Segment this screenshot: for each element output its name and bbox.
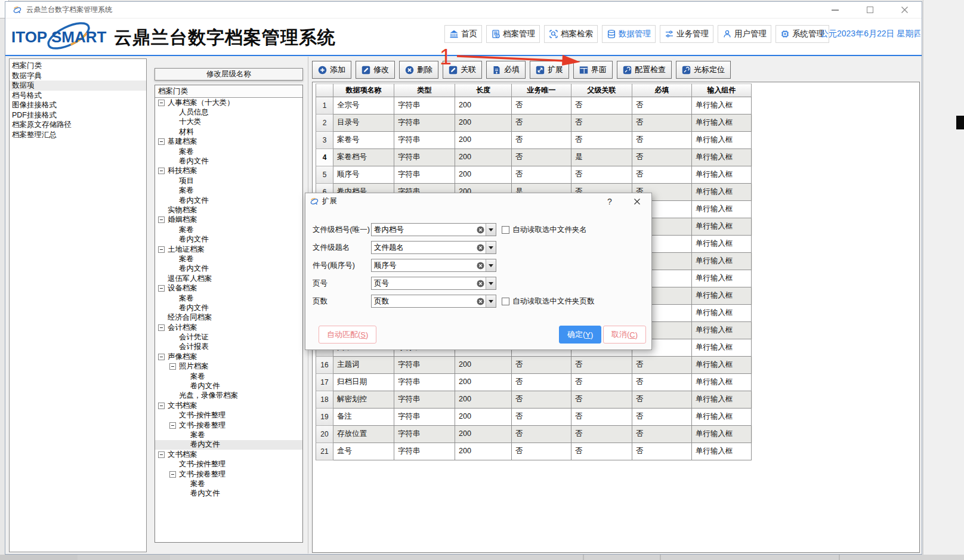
column-header[interactable]: 长度 <box>455 83 512 97</box>
combobox-value[interactable]: 页数 <box>372 296 475 307</box>
tree-collapse-icon[interactable] <box>158 451 165 458</box>
sidebar-item[interactable]: 档案门类 <box>10 61 146 71</box>
sidebar-item[interactable]: 图像挂接格式 <box>10 100 146 110</box>
tree-node[interactable]: 案卷 <box>155 225 302 234</box>
tree-node[interactable]: 卷内文件 <box>155 156 302 166</box>
tree-node[interactable]: 会计报表 <box>155 342 302 352</box>
column-header[interactable]: 必填 <box>632 83 692 97</box>
tree-node[interactable]: 文书档案 <box>155 450 302 459</box>
tree-node[interactable]: 光盘，录像带档案 <box>155 391 302 401</box>
sidebar-item[interactable]: 数据字典 <box>10 71 146 81</box>
column-header[interactable]: 类型 <box>394 83 455 97</box>
tree-node[interactable]: 十大类 <box>155 117 302 127</box>
tree-node[interactable]: 材料 <box>155 127 302 137</box>
tree-collapse-icon[interactable] <box>158 324 165 331</box>
column-header[interactable]: 数据项名称 <box>333 83 394 97</box>
clear-icon[interactable] <box>475 280 486 287</box>
table-row[interactable]: 20存放位置字符串200否否否单行输入框 <box>316 426 752 443</box>
tree-node[interactable]: 卷内文件 <box>155 489 302 499</box>
tree-node[interactable]: 文书-按卷整理 <box>155 420 302 430</box>
clear-icon[interactable] <box>475 298 486 305</box>
clear-icon[interactable] <box>475 244 486 252</box>
tree-node[interactable]: 人员信息 <box>155 107 302 117</box>
dropdown-arrow-button[interactable] <box>486 224 496 236</box>
sidebar-item[interactable]: PDF挂接格式 <box>10 110 146 120</box>
nav-button[interactable]: 首页 <box>444 25 482 43</box>
table-row[interactable]: 19备注字符串200否否否单行输入框 <box>316 409 752 426</box>
dialog-titlebar[interactable]: 扩展 <box>305 193 651 209</box>
tree-node[interactable]: 卷内文件 <box>155 234 302 244</box>
table-row[interactable]: 1全宗号字符串200否否否单行输入框 <box>316 97 752 115</box>
tree-node[interactable]: 案卷 <box>155 186 302 196</box>
toolbar-button[interactable]: 光标定位 <box>676 61 731 79</box>
tree-collapse-icon[interactable] <box>158 285 165 292</box>
tree-collapse-icon[interactable] <box>169 471 176 478</box>
rename-level-button[interactable]: 修改层级名称 <box>155 68 303 81</box>
dialog-combobox[interactable]: 顺序号 <box>371 259 496 272</box>
combobox-value[interactable]: 卷内档号 <box>372 225 475 235</box>
dropdown-arrow-button[interactable] <box>486 259 496 271</box>
toolbar-button[interactable]: 删除 <box>399 61 438 79</box>
tree-collapse-icon[interactable] <box>169 363 176 370</box>
tree-node[interactable]: 声像档案 <box>155 352 302 361</box>
cancel-button[interactable]: 取消(C) <box>603 326 646 344</box>
minimize-button[interactable] <box>818 2 852 18</box>
clear-icon[interactable] <box>475 262 486 270</box>
dialog-close-button[interactable] <box>630 196 644 208</box>
tree-node[interactable]: 照片档案 <box>155 362 302 372</box>
combobox-value[interactable]: 页号 <box>372 279 475 289</box>
tree-node[interactable]: 案卷 <box>155 254 302 264</box>
nav-button[interactable]: 数据管理 <box>602 25 656 43</box>
dialog-combobox[interactable]: 页号 <box>371 277 496 290</box>
tree-node[interactable]: 文书-按件整理 <box>155 411 302 420</box>
combobox-value[interactable]: 文件题名 <box>372 243 475 253</box>
tree-node[interactable]: 土地证档案 <box>155 245 302 254</box>
dialog-combobox[interactable]: 文件题名 <box>371 241 496 254</box>
toolbar-button[interactable]: 修改 <box>356 61 395 79</box>
tree-collapse-icon[interactable] <box>158 168 165 174</box>
tree-node[interactable]: 卷内文件 <box>155 196 302 205</box>
dropdown-arrow-button[interactable] <box>486 295 496 307</box>
tree-node[interactable]: 案卷 <box>155 372 302 381</box>
tree-collapse-icon[interactable] <box>158 403 165 409</box>
combobox-value[interactable]: 顺序号 <box>372 261 475 271</box>
tree-node[interactable]: 案卷 <box>155 479 302 488</box>
table-row[interactable]: 21盒号字符串200否否否单行输入框 <box>316 443 752 460</box>
sidebar-item[interactable]: 档案原文存储路径 <box>10 120 146 130</box>
tree-node[interactable]: 案卷 <box>155 293 302 303</box>
tree-node[interactable]: 卷内文件 <box>155 264 302 274</box>
tree-node[interactable]: 婚姻档案 <box>155 215 302 225</box>
tree-node[interactable]: 文书档案 <box>155 401 302 410</box>
nav-button[interactable]: 档案检索 <box>544 25 598 43</box>
tree-node[interactable]: 退伍军人档案 <box>155 274 302 283</box>
toolbar-button[interactable]: 必填 <box>486 61 526 79</box>
toolbar-button[interactable]: 界面 <box>573 61 613 79</box>
tree-collapse-icon[interactable] <box>158 100 165 106</box>
dialog-help-button[interactable]: ? <box>602 196 617 208</box>
table-row[interactable]: 18解密划控字符串200否否否单行输入框 <box>316 391 752 409</box>
dropdown-arrow-button[interactable] <box>486 242 496 253</box>
clear-icon[interactable] <box>475 226 486 234</box>
tree-node[interactable]: 案卷 <box>155 147 302 156</box>
tree-node[interactable]: 文书-按卷整理 <box>155 469 302 479</box>
auto-match-button[interactable]: 自动匹配(S) <box>319 326 376 344</box>
tree-collapse-icon[interactable] <box>158 354 165 360</box>
tree-node[interactable]: 案卷 <box>155 430 302 440</box>
tree-node[interactable]: 卷内文件 <box>155 440 302 450</box>
toolbar-button[interactable]: 扩展 <box>530 61 569 79</box>
dialog-combobox[interactable]: 卷内档号 <box>371 223 496 236</box>
tree-collapse-icon[interactable] <box>158 246 165 253</box>
column-header[interactable]: 输入组件 <box>692 83 752 97</box>
toolbar-button[interactable]: 配置检查 <box>617 61 672 79</box>
tree-node[interactable]: 文书-按件整理 <box>155 459 302 469</box>
dialog-combobox[interactable]: 页数 <box>371 295 496 308</box>
tree-node[interactable]: 经济合同档案 <box>155 313 302 323</box>
dialog-checkbox[interactable]: 自动读取选中文件夹页数 <box>502 296 595 307</box>
table-row[interactable]: 3案卷号字符串200否否否单行输入框 <box>316 132 752 149</box>
nav-button[interactable]: 业务管理 <box>660 25 713 43</box>
column-header[interactable]: 父级关联 <box>571 83 632 97</box>
sidebar-item[interactable]: 数据项 <box>10 81 146 91</box>
table-row[interactable]: 16主题词字符串200否否否单行输入框 <box>316 357 752 374</box>
confirm-button[interactable]: 确定(Y) <box>559 326 601 344</box>
tree-node[interactable]: 项目 <box>155 176 302 185</box>
